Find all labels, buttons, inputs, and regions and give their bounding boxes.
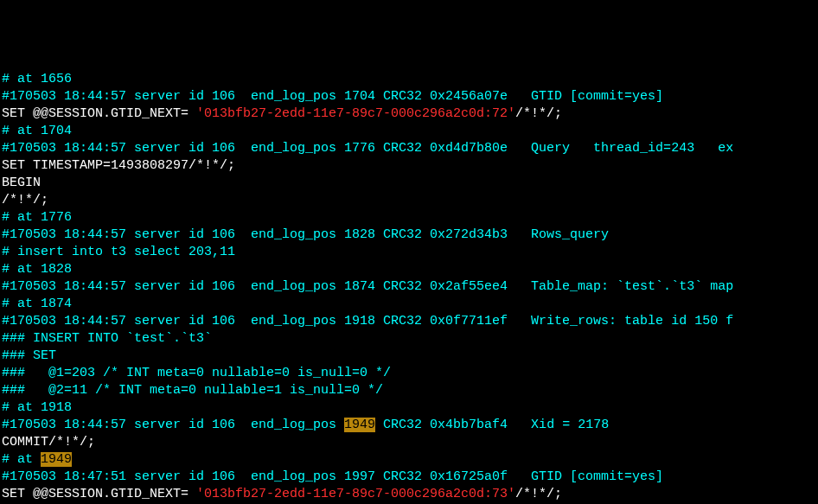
log-text-segment: SET @@SESSION.GTID_NEXT= bbox=[2, 487, 196, 501]
log-text-segment: BEGIN bbox=[2, 175, 41, 190]
log-text-segment: #170503 18:44:57 server id 106 end_log_p… bbox=[2, 141, 733, 156]
log-line: ### SET bbox=[2, 348, 816, 365]
log-text-segment: 1949 bbox=[344, 418, 375, 432]
log-line: #170503 18:44:57 server id 106 end_log_p… bbox=[2, 226, 816, 244]
log-text-segment: COMMIT/*!*/; bbox=[2, 435, 95, 450]
log-text-segment: #170503 18:44:57 server id 106 end_log_p… bbox=[2, 418, 344, 432]
log-text-segment: #170503 18:47:51 server id 106 end_log_p… bbox=[2, 469, 663, 484]
log-text-segment: # at 1828 bbox=[2, 262, 72, 277]
log-text-segment: '013bfb27-2edd-11e7-89c7-000c296a2c0d:73… bbox=[196, 487, 515, 501]
log-text-segment: ### SET bbox=[2, 348, 56, 363]
log-line: # at 1656 bbox=[2, 71, 816, 88]
log-text-segment: 1949 bbox=[41, 452, 72, 467]
log-text-segment: #170503 18:44:57 server id 106 end_log_p… bbox=[2, 314, 733, 329]
log-text-segment: /*!*/; bbox=[2, 193, 48, 207]
log-text-segment: CRC32 0x4bb7baf4 Xid = 2178 bbox=[375, 418, 609, 432]
log-line: # at 1828 bbox=[2, 261, 816, 278]
log-text-segment: '013bfb27-2edd-11e7-89c7-000c296a2c0d:72… bbox=[196, 106, 515, 121]
log-text-segment: # insert into t3 select 203,11 bbox=[2, 245, 235, 259]
log-text-segment: # at 1776 bbox=[2, 210, 72, 225]
log-line: #170503 18:44:57 server id 106 end_log_p… bbox=[2, 417, 816, 434]
log-text-segment: # at bbox=[2, 452, 41, 467]
log-text-segment: /*!*/; bbox=[515, 487, 562, 501]
log-line: SET @@SESSION.GTID_NEXT= '013bfb27-2edd-… bbox=[2, 105, 816, 123]
log-text-segment: # at 1704 bbox=[2, 124, 72, 138]
log-text-segment: SET TIMESTAMP=1493808297/*!*/; bbox=[2, 158, 235, 173]
log-line: # at 1776 bbox=[2, 209, 816, 226]
log-text-segment: #170503 18:44:57 server id 106 end_log_p… bbox=[2, 89, 663, 104]
log-line: ### @2=11 /* INT meta=0 nullable=1 is_nu… bbox=[2, 382, 816, 399]
log-line: # at 1949 bbox=[2, 451, 816, 469]
log-text-segment: # at 1918 bbox=[2, 400, 72, 415]
log-text-segment: ### @2=11 /* INT meta=0 nullable=1 is_nu… bbox=[2, 383, 383, 398]
log-line: COMMIT/*!*/; bbox=[2, 434, 816, 451]
log-text-segment: # at 1874 bbox=[2, 297, 72, 311]
log-line: ### INSERT INTO `test`.`t3` bbox=[2, 330, 816, 348]
log-line: #170503 18:44:57 server id 106 end_log_p… bbox=[2, 313, 816, 330]
log-line: SET TIMESTAMP=1493808297/*!*/; bbox=[2, 157, 816, 175]
log-line: ### @1=203 /* INT meta=0 nullable=0 is_n… bbox=[2, 365, 816, 382]
log-line: #170503 18:44:57 server id 106 end_log_p… bbox=[2, 88, 816, 105]
log-line: #170503 18:47:51 server id 106 end_log_p… bbox=[2, 469, 816, 486]
log-line: /*!*/; bbox=[2, 192, 816, 209]
log-line: # insert into t3 select 203,11 bbox=[2, 244, 816, 261]
log-line: SET @@SESSION.GTID_NEXT= '013bfb27-2edd-… bbox=[2, 486, 816, 503]
log-line: #170503 18:44:57 server id 106 end_log_p… bbox=[2, 140, 816, 157]
log-text-segment: ### @1=203 /* INT meta=0 nullable=0 is_n… bbox=[2, 366, 391, 380]
log-line: #170503 18:44:57 server id 106 end_log_p… bbox=[2, 278, 816, 296]
log-text-segment: /*!*/; bbox=[515, 106, 562, 121]
log-line: # at 1704 bbox=[2, 123, 816, 140]
log-line: # at 1918 bbox=[2, 399, 816, 417]
log-text-segment: # at 1656 bbox=[2, 72, 72, 86]
terminal-output: # at 1656#170503 18:44:57 server id 106 … bbox=[2, 71, 816, 504]
log-text-segment: ### INSERT INTO `test`.`t3` bbox=[2, 331, 212, 346]
log-text-segment: SET @@SESSION.GTID_NEXT= bbox=[2, 106, 196, 121]
log-line: # at 1874 bbox=[2, 296, 816, 313]
log-line: BEGIN bbox=[2, 175, 816, 192]
log-text-segment: #170503 18:44:57 server id 106 end_log_p… bbox=[2, 227, 609, 242]
log-text-segment: #170503 18:44:57 server id 106 end_log_p… bbox=[2, 279, 733, 294]
